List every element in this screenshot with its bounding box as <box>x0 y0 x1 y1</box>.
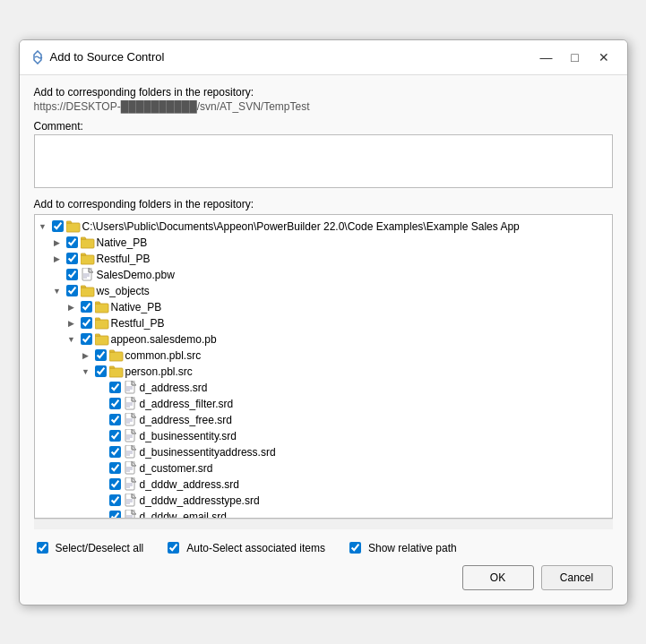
file-icon <box>124 477 138 492</box>
tree-item-label: appeon.salesdemo.pb <box>111 333 217 346</box>
tree-expander[interactable]: ▶ <box>51 253 64 265</box>
folder-icon <box>109 348 124 363</box>
maximize-button[interactable]: □ <box>563 47 588 67</box>
svg-rect-12 <box>109 368 123 377</box>
tree-item-label: common.pbl.src <box>125 349 202 362</box>
tree-item-label: d_address_free.srd <box>140 414 232 426</box>
cancel-button[interactable]: Cancel <box>541 565 613 590</box>
tree-item-label: d_address.srd <box>140 382 208 394</box>
tree-item[interactable]: d_address_free.srd <box>35 412 612 428</box>
tree-item-checkbox[interactable] <box>66 236 78 248</box>
tree-expander[interactable]: ▶ <box>80 349 92 362</box>
folder-icon <box>95 332 109 347</box>
tree-expander[interactable]: ▼ <box>51 285 64 297</box>
tree-item-checkbox[interactable] <box>109 511 121 519</box>
tree-item-label: d_customer.srd <box>140 462 213 475</box>
tree-item-checkbox[interactable] <box>109 494 121 506</box>
comment-textarea[interactable] <box>34 134 613 188</box>
tree-expander[interactable]: ▶ <box>65 317 78 330</box>
repo-url: https://DESKTOP-██████████/svn/AT_SVN/Te… <box>34 100 613 113</box>
tree-item[interactable]: ▼ appeon.salesdemo.pb <box>35 331 612 348</box>
tree-expander[interactable]: ▼ <box>65 333 78 346</box>
tree-container[interactable]: ▼ C:\Users\Public\Documents\Appeon\Power… <box>34 214 613 519</box>
folder-icon <box>81 284 95 298</box>
tree-expander[interactable]: ▶ <box>51 236 64 249</box>
tree-item[interactable]: SalesDemo.pbw <box>35 267 612 283</box>
tree-item[interactable]: d_dddw_email.srd <box>35 509 612 519</box>
tree-item-checkbox[interactable] <box>109 478 121 490</box>
tree-item-label: Restful_PB <box>97 253 151 265</box>
tree-item[interactable]: ▼ C:\Users\Public\Documents\Appeon\Power… <box>35 219 612 235</box>
folder-icon <box>95 300 109 314</box>
tree-item[interactable]: d_businessentity.srd <box>35 428 612 444</box>
tree-item-label: d_address_filter.srd <box>140 398 234 410</box>
tree-item-checkbox[interactable] <box>109 382 121 393</box>
tree-item[interactable]: d_dddw_address.srd <box>35 477 612 493</box>
show-relative-label: Show relative path <box>368 542 457 554</box>
tree-item[interactable]: ▶ common.pbl.src <box>35 348 612 364</box>
tree-item-checkbox[interactable] <box>81 301 92 313</box>
tree-item[interactable]: d_customer.srd <box>35 460 612 477</box>
tree-item-checkbox[interactable] <box>66 285 78 296</box>
tree-item[interactable]: ▼ person.pbl.src <box>35 364 612 380</box>
tree-item-label: d_dddw_address.srd <box>140 478 239 491</box>
tree-item-label: d_dddw_email.srd <box>140 511 227 519</box>
comment-section: Comment: <box>34 120 613 191</box>
file-icon <box>124 461 138 476</box>
ok-button[interactable]: OK <box>462 565 534 590</box>
close-button[interactable]: ✕ <box>591 47 616 67</box>
tree-item[interactable]: d_address_filter.srd <box>35 396 612 412</box>
repo-section-label: Add to corresponding folders in the repo… <box>34 86 613 99</box>
file-icon <box>124 397 138 411</box>
tree-item-label: SalesDemo.pbw <box>97 269 175 281</box>
tree-item[interactable]: d_address.srd <box>35 380 612 396</box>
folder-icon <box>109 365 124 379</box>
tree-item-checkbox[interactable] <box>109 414 121 425</box>
footer-checkboxes: Select/Deselect all Auto-Select associat… <box>34 537 613 558</box>
tree-item-checkbox[interactable] <box>95 349 107 361</box>
folder-icon <box>81 252 95 266</box>
tree-item[interactable]: ▶ Restful_PB <box>35 251 612 267</box>
tree-item[interactable]: ▶ Restful_PB <box>35 315 612 331</box>
tree-expander[interactable]: ▼ <box>37 220 49 233</box>
tree-item-checkbox[interactable] <box>66 269 78 280</box>
app-icon <box>30 50 45 64</box>
tree-item-checkbox[interactable] <box>109 446 121 458</box>
horizontal-scrollbar[interactable] <box>34 519 613 529</box>
tree-item[interactable]: ▶ Native_PB <box>35 235 612 251</box>
tree-expander[interactable]: ▼ <box>80 365 92 378</box>
tree-item[interactable]: d_businessentityaddress.srd <box>35 444 612 460</box>
tree-item[interactable]: d_dddw_addresstype.srd <box>35 493 612 509</box>
tree-expander[interactable]: ▶ <box>65 301 78 313</box>
auto-select-item: Auto-Select associated items <box>165 542 325 554</box>
auto-select-label: Auto-Select associated items <box>186 542 325 554</box>
footer-buttons: OK Cancel <box>34 565 613 594</box>
tree-item-checkbox[interactable] <box>81 317 92 329</box>
svg-rect-0 <box>66 223 80 232</box>
file-icon <box>81 268 95 282</box>
tree-item-checkbox[interactable] <box>109 398 121 409</box>
select-all-checkbox[interactable] <box>37 542 48 554</box>
tree-item-label: Native_PB <box>111 301 162 313</box>
tree-item[interactable]: ▶ Native_PB <box>35 299 612 315</box>
show-relative-checkbox[interactable] <box>349 542 361 554</box>
folder-icon <box>81 236 95 250</box>
tree-item-checkbox[interactable] <box>81 333 92 345</box>
title-bar-left: Add to Source Control <box>30 50 165 64</box>
tree-item-checkbox[interactable] <box>109 430 121 442</box>
tree-item-checkbox[interactable] <box>95 365 107 377</box>
tree-item-label: Native_PB <box>97 236 148 249</box>
minimize-button[interactable]: — <box>534 47 559 67</box>
auto-select-checkbox[interactable] <box>168 542 179 554</box>
tree-item[interactable]: ▼ ws_objects <box>35 283 612 299</box>
select-all-label: Select/Deselect all <box>56 542 144 554</box>
repo-section: Add to corresponding folders in the repo… <box>34 86 613 113</box>
tree-item-checkbox[interactable] <box>52 220 64 232</box>
dialog-window: Add to Source Control — □ ✕ Add to corre… <box>19 39 628 605</box>
title-controls: — □ ✕ <box>534 47 616 67</box>
tree-item-checkbox[interactable] <box>109 462 121 474</box>
tree-item-checkbox[interactable] <box>66 253 78 264</box>
tree-item-label: Restful_PB <box>111 317 165 330</box>
file-icon <box>124 429 138 443</box>
folder-icon <box>95 316 109 331</box>
